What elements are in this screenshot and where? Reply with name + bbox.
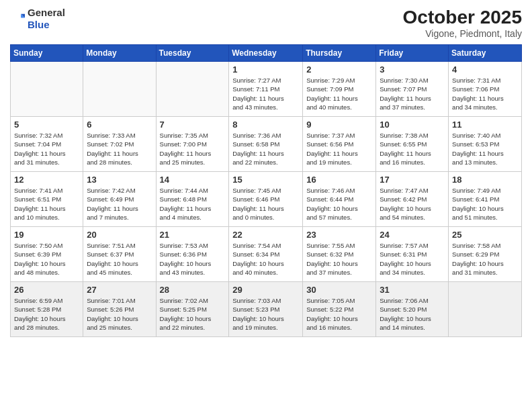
day-number: 2	[306, 64, 372, 75]
day-info: Sunrise: 7:41 AM Sunset: 6:51 PM Dayligh…	[14, 186, 79, 222]
day-info: Sunrise: 7:49 AM Sunset: 6:41 PM Dayligh…	[452, 186, 518, 222]
day-info: Sunrise: 7:40 AM Sunset: 6:53 PM Dayligh…	[452, 131, 518, 167]
table-row: 14Sunrise: 7:44 AM Sunset: 6:48 PM Dayli…	[156, 172, 229, 227]
table-row: 28Sunrise: 7:02 AM Sunset: 5:25 PM Dayli…	[156, 282, 229, 337]
calendar-week-row: 26Sunrise: 6:59 AM Sunset: 5:28 PM Dayli…	[11, 282, 522, 337]
calendar-table: Sunday Monday Tuesday Wednesday Thursday…	[10, 44, 522, 337]
table-row: 20Sunrise: 7:51 AM Sunset: 6:37 PM Dayli…	[83, 227, 156, 282]
day-number: 12	[14, 175, 79, 185]
day-number: 26	[14, 285, 79, 295]
day-info: Sunrise: 6:59 AM Sunset: 5:28 PM Dayligh…	[14, 296, 79, 332]
day-info: Sunrise: 7:46 AM Sunset: 6:44 PM Dayligh…	[306, 186, 372, 222]
day-info: Sunrise: 7:37 AM Sunset: 6:56 PM Dayligh…	[306, 131, 372, 167]
day-number: 31	[380, 285, 445, 295]
table-row: 5Sunrise: 7:32 AM Sunset: 7:04 PM Daylig…	[11, 117, 83, 172]
table-row: 11Sunrise: 7:40 AM Sunset: 6:53 PM Dayli…	[449, 117, 522, 172]
day-number: 28	[160, 285, 226, 295]
calendar-week-row: 19Sunrise: 7:50 AM Sunset: 6:39 PM Dayli…	[11, 227, 522, 282]
table-row: 12Sunrise: 7:41 AM Sunset: 6:51 PM Dayli…	[11, 172, 83, 227]
day-number: 11	[452, 120, 518, 130]
day-info: Sunrise: 7:05 AM Sunset: 5:22 PM Dayligh…	[306, 296, 372, 332]
table-row: 30Sunrise: 7:05 AM Sunset: 5:22 PM Dayli…	[303, 282, 376, 337]
table-row: 24Sunrise: 7:57 AM Sunset: 6:31 PM Dayli…	[376, 227, 449, 282]
table-row	[11, 62, 83, 117]
location: Vigone, Piedmont, Italy	[403, 28, 522, 39]
day-info: Sunrise: 7:30 AM Sunset: 7:07 PM Dayligh…	[380, 76, 445, 111]
day-number: 9	[306, 120, 372, 130]
day-number: 23	[306, 230, 372, 240]
table-row: 21Sunrise: 7:53 AM Sunset: 6:36 PM Dayli…	[156, 227, 229, 282]
day-number: 3	[380, 64, 445, 75]
day-info: Sunrise: 7:58 AM Sunset: 6:29 PM Dayligh…	[452, 241, 518, 277]
table-row: 8Sunrise: 7:36 AM Sunset: 6:58 PM Daylig…	[229, 117, 303, 172]
day-number: 25	[452, 230, 518, 240]
day-number: 13	[87, 175, 152, 185]
table-row: 1Sunrise: 7:27 AM Sunset: 7:11 PM Daylig…	[229, 62, 303, 117]
table-row: 10Sunrise: 7:38 AM Sunset: 6:55 PM Dayli…	[376, 117, 449, 172]
header-wednesday: Wednesday	[229, 45, 303, 62]
header-saturday: Saturday	[449, 45, 522, 62]
day-info: Sunrise: 7:44 AM Sunset: 6:48 PM Dayligh…	[160, 186, 226, 222]
day-info: Sunrise: 7:36 AM Sunset: 6:58 PM Dayligh…	[232, 131, 299, 167]
table-row	[83, 62, 156, 117]
table-row: 9Sunrise: 7:37 AM Sunset: 6:56 PM Daylig…	[303, 117, 376, 172]
table-row: 26Sunrise: 6:59 AM Sunset: 5:28 PM Dayli…	[11, 282, 83, 337]
table-row: 15Sunrise: 7:45 AM Sunset: 6:46 PM Dayli…	[229, 172, 303, 227]
day-info: Sunrise: 7:54 AM Sunset: 6:34 PM Dayligh…	[232, 241, 299, 277]
day-number: 29	[232, 285, 299, 295]
day-number: 10	[380, 120, 445, 130]
page-container: General Blue October 2025 Vigone, Piedmo…	[0, 0, 532, 411]
day-number: 14	[160, 175, 226, 185]
logo-blue: Blue	[28, 19, 50, 30]
day-number: 15	[232, 175, 299, 185]
header-thursday: Thursday	[303, 45, 376, 62]
table-row: 13Sunrise: 7:42 AM Sunset: 6:49 PM Dayli…	[83, 172, 156, 227]
header-tuesday: Tuesday	[156, 45, 229, 62]
day-number: 1	[232, 64, 299, 75]
day-info: Sunrise: 7:35 AM Sunset: 7:00 PM Dayligh…	[160, 131, 226, 167]
day-info: Sunrise: 7:32 AM Sunset: 7:04 PM Dayligh…	[14, 131, 79, 167]
day-number: 24	[380, 230, 445, 240]
day-number: 8	[232, 120, 299, 130]
page-header: General Blue October 2025 Vigone, Piedmo…	[10, 7, 522, 39]
table-row: 16Sunrise: 7:46 AM Sunset: 6:44 PM Dayli…	[303, 172, 376, 227]
table-row	[156, 62, 229, 117]
day-number: 5	[14, 120, 79, 130]
table-row: 17Sunrise: 7:47 AM Sunset: 6:42 PM Dayli…	[376, 172, 449, 227]
day-number: 7	[160, 120, 226, 130]
weekday-header-row: Sunday Monday Tuesday Wednesday Thursday…	[11, 45, 522, 62]
day-number: 17	[380, 175, 445, 185]
logo-icon	[10, 11, 25, 26]
day-info: Sunrise: 7:55 AM Sunset: 6:32 PM Dayligh…	[306, 241, 372, 277]
table-row: 18Sunrise: 7:49 AM Sunset: 6:41 PM Dayli…	[449, 172, 522, 227]
logo-general: General	[28, 7, 65, 18]
day-info: Sunrise: 7:03 AM Sunset: 5:23 PM Dayligh…	[232, 296, 299, 332]
day-info: Sunrise: 7:06 AM Sunset: 5:20 PM Dayligh…	[380, 296, 445, 332]
day-number: 21	[160, 230, 226, 240]
day-info: Sunrise: 7:01 AM Sunset: 5:26 PM Dayligh…	[87, 296, 152, 332]
day-number: 20	[87, 230, 152, 240]
table-row: 27Sunrise: 7:01 AM Sunset: 5:26 PM Dayli…	[83, 282, 156, 337]
logo-text: General Blue	[28, 7, 65, 31]
table-row	[449, 282, 522, 337]
day-info: Sunrise: 7:27 AM Sunset: 7:11 PM Dayligh…	[232, 76, 299, 111]
day-info: Sunrise: 7:38 AM Sunset: 6:55 PM Dayligh…	[380, 131, 445, 167]
day-number: 4	[452, 64, 518, 75]
title-section: October 2025 Vigone, Piedmont, Italy	[403, 7, 522, 39]
day-info: Sunrise: 7:29 AM Sunset: 7:09 PM Dayligh…	[306, 76, 372, 111]
table-row: 29Sunrise: 7:03 AM Sunset: 5:23 PM Dayli…	[229, 282, 303, 337]
day-info: Sunrise: 7:42 AM Sunset: 6:49 PM Dayligh…	[87, 186, 152, 222]
table-row: 23Sunrise: 7:55 AM Sunset: 6:32 PM Dayli…	[303, 227, 376, 282]
table-row: 22Sunrise: 7:54 AM Sunset: 6:34 PM Dayli…	[229, 227, 303, 282]
table-row: 6Sunrise: 7:33 AM Sunset: 7:02 PM Daylig…	[83, 117, 156, 172]
day-number: 30	[306, 285, 372, 295]
day-info: Sunrise: 7:57 AM Sunset: 6:31 PM Dayligh…	[380, 241, 445, 277]
table-row: 3Sunrise: 7:30 AM Sunset: 7:07 PM Daylig…	[376, 62, 449, 117]
day-info: Sunrise: 7:02 AM Sunset: 5:25 PM Dayligh…	[160, 296, 226, 332]
day-info: Sunrise: 7:47 AM Sunset: 6:42 PM Dayligh…	[380, 186, 445, 222]
table-row: 31Sunrise: 7:06 AM Sunset: 5:20 PM Dayli…	[376, 282, 449, 337]
header-sunday: Sunday	[11, 45, 83, 62]
day-number: 6	[87, 120, 152, 130]
day-info: Sunrise: 7:45 AM Sunset: 6:46 PM Dayligh…	[232, 186, 299, 222]
day-number: 27	[87, 285, 152, 295]
